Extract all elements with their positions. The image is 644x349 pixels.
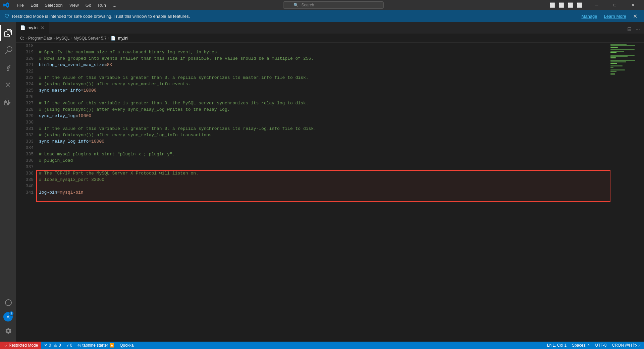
close-button[interactable]: ✕ — [625, 0, 641, 10]
breadcrumb-file-icon: 📄 — [111, 36, 116, 41]
restricted-mode-label: Restricted Mode — [9, 343, 38, 348]
errors-indicator[interactable]: ✕ 0 ⚠ 0 — [41, 342, 63, 349]
tab-actions: ⊟ ··· — [626, 24, 644, 34]
warning-icon: ⚠ — [54, 343, 57, 348]
maximize-button[interactable]: □ — [607, 0, 623, 10]
status-bar: 🛡 Restricted Mode ✕ 0 ⚠ 0 ⑂ 0 ◎ tabnine … — [0, 342, 644, 349]
minimize-button[interactable]: ─ — [589, 0, 604, 10]
extra-label: CRON @H七-デ — [612, 343, 641, 348]
code-line: log-bin=mysql-bin — [39, 189, 608, 196]
main-layout: A 1 📄 my.ini ✕ ⊟ ··· C: — [0, 22, 644, 342]
activity-run-debug-icon[interactable] — [0, 77, 16, 93]
position-label: Ln 1, Col 1 — [547, 343, 567, 348]
notification-bar: 🛡 Restricted Mode is intended for safe c… — [0, 10, 644, 22]
git-icon: ⑂ — [66, 343, 69, 348]
code-line: # Load mysql plugins at start."plugin_x … — [39, 151, 608, 157]
tabnine-icon: ◎ — [77, 343, 81, 348]
search-box[interactable]: 🔍 Search — [283, 1, 384, 9]
title-bar-left: File Edit Selection View Go Run ... — [3, 2, 119, 8]
line-numbers: 3183193203213223233243253263273283293303… — [16, 43, 36, 342]
panel-toggle-icon[interactable]: ⬜ — [557, 2, 566, 8]
customize-layout-icon[interactable]: ⬜ — [575, 2, 584, 8]
breadcrumb-sep-4: › — [108, 36, 109, 41]
breadcrumb-file[interactable]: 📄 my.ini — [111, 36, 128, 41]
menu-go[interactable]: Go — [83, 2, 94, 8]
code-line — [39, 119, 608, 126]
code-line — [39, 68, 608, 74]
menu-bar: File Edit Selection View Go Run ... — [14, 2, 119, 8]
spaces-label: Spaces: 4 — [572, 343, 590, 348]
code-line: # If the value of this variable is great… — [39, 100, 608, 106]
editor-area: 📄 my.ini ✕ ⊟ ··· C: › ProgramData › MySQ… — [16, 22, 644, 342]
code-line — [39, 164, 608, 170]
code-line: # (using fdatasync()) after every sync_m… — [39, 81, 608, 87]
notification-close-button[interactable]: ✕ — [631, 13, 639, 19]
title-bar: File Edit Selection View Go Run ... 🔍 Se… — [0, 0, 644, 10]
code-line — [39, 183, 608, 189]
git-count: 0 — [70, 343, 72, 348]
status-bar-left: 🛡 Restricted Mode ✕ 0 ⚠ 0 ⑂ 0 ◎ tabnine … — [0, 342, 137, 349]
tabnine-label: tabnine starter — [82, 343, 108, 348]
menu-edit[interactable]: Edit — [28, 2, 41, 8]
account-avatar[interactable]: A 1 — [3, 312, 13, 321]
tab-close-button[interactable]: ✕ — [41, 25, 45, 31]
activity-remote-icon[interactable] — [0, 295, 16, 311]
status-bar-right: Ln 1, Col 1 Spaces: 4 UTF-8 CRON @H七-デ — [544, 342, 644, 349]
notification-text: Restricted Mode is intended for safe cod… — [12, 14, 577, 19]
sidebar-toggle-icon[interactable]: ⬜ — [548, 2, 556, 8]
encoding-indicator[interactable]: UTF-8 — [592, 342, 609, 349]
search-placeholder: Search — [301, 3, 314, 7]
activity-search-icon[interactable] — [0, 42, 16, 58]
code-content[interactable]: # Specify the maximum size of a row-base… — [36, 43, 610, 342]
file-icon: 📄 — [20, 25, 25, 30]
activity-explorer-icon[interactable] — [0, 25, 16, 41]
code-line: # Specify the maximum size of a row-base… — [39, 49, 608, 55]
menu-file[interactable]: File — [14, 2, 26, 8]
error-count: 0 — [49, 343, 51, 348]
learn-more-link[interactable]: Learn More — [604, 14, 626, 19]
tabnine-indicator[interactable]: ◎ tabnine starter 🔼 — [75, 342, 117, 349]
activity-extensions-icon[interactable] — [0, 95, 16, 111]
git-indicator[interactable]: ⑂ 0 — [64, 342, 75, 349]
encoding-label: UTF-8 — [595, 343, 606, 348]
quokka-indicator[interactable]: Quokka — [117, 342, 136, 349]
activity-source-control-icon[interactable] — [0, 60, 16, 76]
code-line: # If the value of this variable is great… — [39, 126, 608, 132]
code-line: sync_relay_log_info=10000 — [39, 138, 608, 145]
right-panel-icon[interactable]: ⬜ — [566, 2, 575, 8]
breadcrumb-c-drive[interactable]: C: — [20, 36, 24, 41]
account-badge: 1 — [9, 311, 14, 316]
layout-buttons: ⬜ ⬜ ⬜ ⬜ — [548, 2, 584, 8]
code-line — [39, 43, 608, 49]
menu-run[interactable]: Run — [95, 2, 109, 8]
code-editor[interactable]: 3183193203213223233243253263273283293303… — [16, 43, 644, 342]
code-line: # (using fdatasync()) after every sync_r… — [39, 106, 608, 113]
menu-selection[interactable]: Selection — [42, 2, 65, 8]
restricted-mode-indicator[interactable]: 🛡 Restricted Mode — [0, 342, 41, 349]
breadcrumb-mysql-server[interactable]: MySQL Server 5.7 — [73, 36, 106, 41]
code-line: # Rows are grouped into events smaller t… — [39, 55, 608, 62]
breadcrumb-mysql[interactable]: MySQL — [56, 36, 69, 41]
more-actions-button[interactable]: ··· — [634, 25, 641, 34]
manage-link[interactable]: Manage — [582, 14, 597, 19]
code-line: binlog_row_event_max_size=8K — [39, 62, 608, 68]
breadcrumb-programdata[interactable]: ProgramData — [28, 36, 52, 41]
code-line: sync_master_info=10000 — [39, 87, 608, 94]
activity-bar-bottom: A 1 — [0, 295, 16, 339]
breadcrumb-sep-3: › — [71, 36, 72, 41]
cursor-position-indicator[interactable]: Ln 1, Col 1 — [544, 342, 569, 349]
vscode-logo-icon — [3, 2, 9, 8]
activity-bar: A 1 — [0, 22, 16, 342]
error-icon: ✕ — [44, 343, 47, 348]
breadcrumb-bar: C: › ProgramData › MySQL › MySQL Server … — [16, 34, 644, 43]
extra-indicator[interactable]: CRON @H七-デ — [609, 342, 644, 349]
shield-status-icon: 🛡 — [3, 343, 7, 348]
title-bar-search: 🔍 Search — [119, 1, 548, 9]
activity-settings-icon[interactable] — [0, 323, 16, 339]
menu-more[interactable]: ... — [110, 2, 119, 8]
split-editor-button[interactable]: ⊟ — [626, 24, 633, 34]
spaces-indicator[interactable]: Spaces: 4 — [569, 342, 592, 349]
quokka-label: Quokka — [120, 343, 133, 348]
tab-my-ini[interactable]: 📄 my.ini ✕ — [16, 22, 49, 34]
menu-view[interactable]: View — [67, 2, 82, 8]
